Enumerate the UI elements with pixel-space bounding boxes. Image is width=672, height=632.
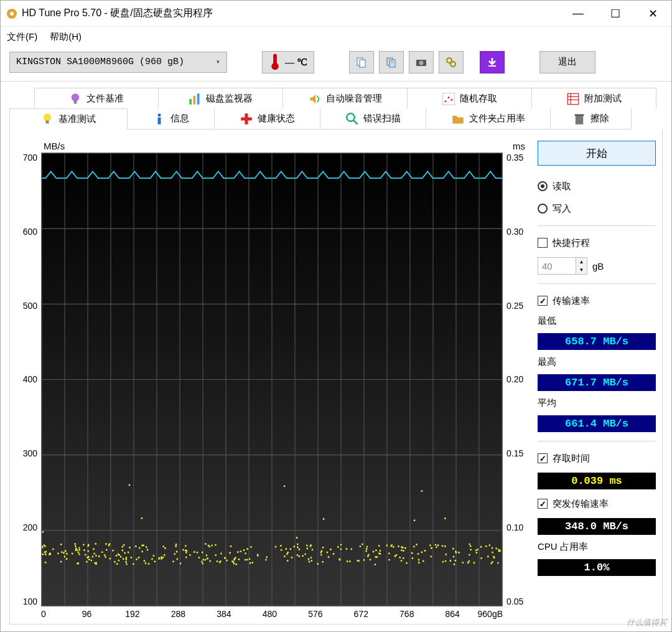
svg-rect-23 (567, 93, 579, 105)
svg-point-229 (129, 547, 131, 549)
svg-point-335 (60, 560, 62, 562)
svg-rect-7 (390, 60, 395, 67)
svg-point-129 (226, 560, 228, 562)
spin-down-icon[interactable]: ▼ (576, 266, 587, 274)
svg-point-131 (394, 555, 396, 557)
svg-point-67 (470, 549, 472, 550)
chart-x-axis: 096192288384480576672768864960gB (17, 606, 529, 619)
svg-point-366 (363, 559, 365, 561)
max-value: 671.7 MB/s (538, 374, 656, 391)
short-stroke-input[interactable]: 40 ▲▼ (538, 257, 587, 275)
svg-point-199 (45, 550, 47, 552)
tab-file-benchmark[interactable]: 文件基准 (34, 88, 159, 109)
copy-info-button[interactable] (349, 51, 374, 73)
svg-point-343 (78, 562, 80, 564)
svg-rect-17 (194, 96, 196, 105)
svg-point-328 (87, 545, 89, 547)
radio-icon (538, 204, 548, 214)
svg-point-170 (357, 560, 358, 562)
svg-point-222 (404, 547, 406, 549)
tab-extra-tests[interactable]: 附加测试 (532, 88, 656, 109)
svg-point-147 (470, 545, 472, 547)
svg-point-120 (469, 543, 470, 545)
scatter-icon (442, 93, 455, 105)
svg-point-272 (266, 556, 268, 558)
svg-point-78 (287, 560, 289, 562)
temperature-display: — ℃ (262, 51, 314, 73)
spin-up-icon[interactable]: ▲ (576, 258, 587, 266)
svg-point-231 (202, 559, 204, 560)
save-screenshot-button[interactable] (409, 51, 434, 73)
options-button[interactable] (439, 51, 464, 73)
tab-error-scan[interactable]: 错误扫描 (320, 108, 426, 130)
svg-point-158 (121, 545, 123, 547)
tab-erase[interactable]: 擦除 (551, 108, 632, 130)
svg-point-213 (126, 564, 128, 565)
svg-point-126 (172, 560, 174, 562)
maximize-button[interactable]: ☐ (597, 1, 634, 26)
svg-point-186 (106, 549, 108, 550)
tab-disk-monitor[interactable]: 磁盘监视器 (159, 88, 283, 109)
svg-point-133 (373, 550, 375, 552)
camera-icon (415, 56, 427, 68)
svg-point-93 (123, 544, 125, 546)
burst-rate-checkbox[interactable]: 突发传输速率 (538, 496, 656, 512)
svg-point-322 (105, 556, 106, 558)
svg-point-248 (403, 557, 404, 559)
svg-point-252 (350, 548, 352, 550)
svg-point-341 (391, 544, 393, 546)
svg-point-260 (442, 545, 444, 547)
svg-point-314 (309, 545, 311, 547)
exit-button[interactable]: 退出 (539, 51, 595, 73)
svg-line-34 (353, 120, 357, 124)
svg-rect-35 (575, 116, 583, 125)
svg-point-370 (217, 560, 218, 562)
svg-point-321 (375, 549, 377, 551)
write-radio[interactable]: 写入 (538, 200, 656, 217)
tab-health[interactable]: 健康状态 (215, 108, 320, 130)
svg-point-94 (304, 554, 306, 555)
close-button[interactable]: ✕ (634, 1, 671, 26)
tab-benchmark[interactable]: 基准测试 (9, 108, 128, 130)
access-time-checkbox[interactable]: 存取时间 (538, 450, 656, 466)
menu-bar: 文件(F) 帮助(H) (1, 27, 671, 47)
tab-aam[interactable]: 自动噪音管理 (283, 88, 408, 109)
save-button[interactable] (480, 51, 505, 73)
svg-point-136 (412, 557, 414, 559)
tab-random-access[interactable]: 随机存取 (408, 88, 532, 109)
svg-point-350 (492, 547, 493, 549)
svg-point-101 (401, 560, 403, 562)
svg-point-307 (287, 552, 289, 554)
svg-point-210 (477, 549, 478, 550)
svg-point-161 (450, 560, 452, 562)
tab-info[interactable]: 信息 (128, 108, 215, 130)
svg-point-214 (359, 545, 361, 547)
menu-file[interactable]: 文件(F) (7, 31, 37, 43)
tab-folder-usage[interactable]: 文件夹占用率 (426, 108, 551, 130)
svg-rect-19 (442, 93, 455, 105)
start-button[interactable]: 开始 (538, 141, 656, 166)
svg-point-373 (108, 544, 110, 546)
svg-point-188 (209, 560, 211, 562)
drive-select[interactable]: KINGSTON SA1000M8960G (960 gB) ▾ (9, 52, 227, 73)
svg-point-68 (296, 554, 298, 556)
minimize-button[interactable]: — (559, 1, 597, 26)
menu-help[interactable]: 帮助(H) (50, 31, 82, 43)
chart-y1-axis: 700600500400300200100 (17, 153, 41, 606)
svg-point-80 (201, 560, 203, 562)
gears-icon (445, 56, 457, 68)
svg-point-333 (317, 563, 319, 565)
svg-point-163 (141, 545, 143, 547)
copy-screenshot-button[interactable] (379, 51, 404, 73)
svg-point-110 (147, 549, 149, 550)
short-stroke-checkbox[interactable]: 快捷行程 (538, 235, 656, 251)
svg-point-228 (194, 551, 195, 553)
svg-point-14 (72, 93, 80, 101)
read-radio[interactable]: 读取 (538, 178, 656, 194)
transfer-rate-checkbox[interactable]: 传输速率 (538, 293, 656, 309)
svg-point-148 (431, 547, 432, 549)
chart-panel: MB/s ms 700600500400300200100 0.350.300.… (17, 141, 529, 619)
copy-image-icon (385, 56, 398, 68)
svg-point-294 (112, 550, 114, 552)
svg-point-299 (138, 557, 140, 559)
